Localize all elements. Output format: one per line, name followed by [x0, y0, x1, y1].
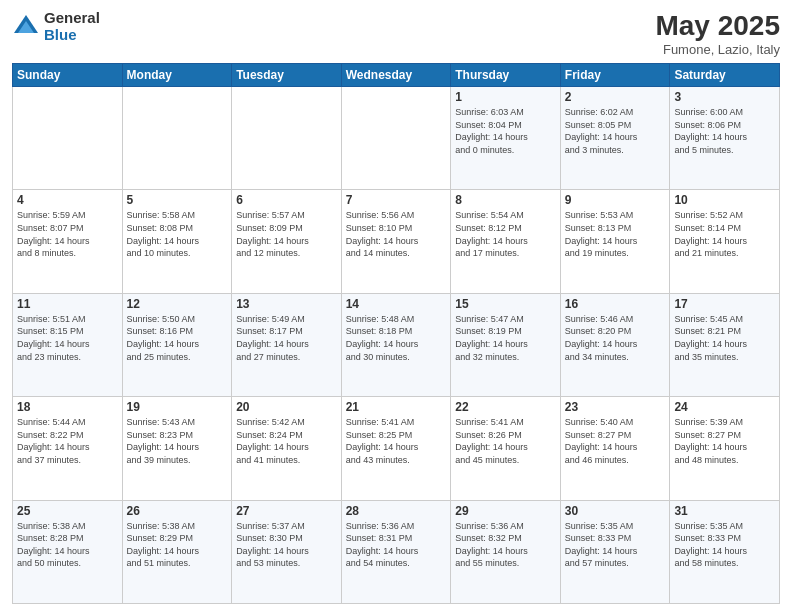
calendar-week-row: 25Sunrise: 5:38 AM Sunset: 8:28 PM Dayli…: [13, 500, 780, 603]
calendar-day-cell: 15Sunrise: 5:47 AM Sunset: 8:19 PM Dayli…: [451, 293, 561, 396]
header: General Blue May 2025 Fumone, Lazio, Ita…: [12, 10, 780, 57]
calendar-day-cell: 28Sunrise: 5:36 AM Sunset: 8:31 PM Dayli…: [341, 500, 451, 603]
day-info: Sunrise: 5:47 AM Sunset: 8:19 PM Dayligh…: [455, 313, 556, 363]
day-number: 23: [565, 400, 666, 414]
calendar-day-cell: 10Sunrise: 5:52 AM Sunset: 8:14 PM Dayli…: [670, 190, 780, 293]
day-info: Sunrise: 5:43 AM Sunset: 8:23 PM Dayligh…: [127, 416, 228, 466]
day-info: Sunrise: 5:38 AM Sunset: 8:29 PM Dayligh…: [127, 520, 228, 570]
logo-text: General Blue: [44, 10, 100, 43]
day-number: 25: [17, 504, 118, 518]
calendar: SundayMondayTuesdayWednesdayThursdayFrid…: [12, 63, 780, 604]
day-info: Sunrise: 5:46 AM Sunset: 8:20 PM Dayligh…: [565, 313, 666, 363]
calendar-day-cell: 7Sunrise: 5:56 AM Sunset: 8:10 PM Daylig…: [341, 190, 451, 293]
day-info: Sunrise: 5:52 AM Sunset: 8:14 PM Dayligh…: [674, 209, 775, 259]
day-of-week-header: Tuesday: [232, 64, 342, 87]
calendar-day-cell: 17Sunrise: 5:45 AM Sunset: 8:21 PM Dayli…: [670, 293, 780, 396]
day-number: 8: [455, 193, 556, 207]
calendar-day-cell: 5Sunrise: 5:58 AM Sunset: 8:08 PM Daylig…: [122, 190, 232, 293]
day-info: Sunrise: 5:58 AM Sunset: 8:08 PM Dayligh…: [127, 209, 228, 259]
logo-blue: Blue: [44, 27, 100, 44]
day-number: 27: [236, 504, 337, 518]
logo: General Blue: [12, 10, 100, 43]
day-number: 17: [674, 297, 775, 311]
calendar-day-cell: 31Sunrise: 5:35 AM Sunset: 8:33 PM Dayli…: [670, 500, 780, 603]
day-info: Sunrise: 5:42 AM Sunset: 8:24 PM Dayligh…: [236, 416, 337, 466]
title-block: May 2025 Fumone, Lazio, Italy: [655, 10, 780, 57]
day-info: Sunrise: 6:03 AM Sunset: 8:04 PM Dayligh…: [455, 106, 556, 156]
calendar-day-cell: 11Sunrise: 5:51 AM Sunset: 8:15 PM Dayli…: [13, 293, 123, 396]
calendar-day-cell: 27Sunrise: 5:37 AM Sunset: 8:30 PM Dayli…: [232, 500, 342, 603]
calendar-day-cell: 1Sunrise: 6:03 AM Sunset: 8:04 PM Daylig…: [451, 87, 561, 190]
day-info: Sunrise: 5:54 AM Sunset: 8:12 PM Dayligh…: [455, 209, 556, 259]
day-of-week-header: Saturday: [670, 64, 780, 87]
day-number: 12: [127, 297, 228, 311]
calendar-week-row: 4Sunrise: 5:59 AM Sunset: 8:07 PM Daylig…: [13, 190, 780, 293]
day-number: 5: [127, 193, 228, 207]
day-number: 22: [455, 400, 556, 414]
day-number: 16: [565, 297, 666, 311]
calendar-day-cell: 22Sunrise: 5:41 AM Sunset: 8:26 PM Dayli…: [451, 397, 561, 500]
calendar-day-cell: 4Sunrise: 5:59 AM Sunset: 8:07 PM Daylig…: [13, 190, 123, 293]
day-number: 20: [236, 400, 337, 414]
day-number: 7: [346, 193, 447, 207]
calendar-day-cell: 20Sunrise: 5:42 AM Sunset: 8:24 PM Dayli…: [232, 397, 342, 500]
day-info: Sunrise: 5:40 AM Sunset: 8:27 PM Dayligh…: [565, 416, 666, 466]
day-info: Sunrise: 5:38 AM Sunset: 8:28 PM Dayligh…: [17, 520, 118, 570]
calendar-day-cell: 21Sunrise: 5:41 AM Sunset: 8:25 PM Dayli…: [341, 397, 451, 500]
day-of-week-header: Sunday: [13, 64, 123, 87]
location: Fumone, Lazio, Italy: [655, 42, 780, 57]
day-number: 26: [127, 504, 228, 518]
calendar-day-cell: [341, 87, 451, 190]
day-number: 3: [674, 90, 775, 104]
calendar-day-cell: 3Sunrise: 6:00 AM Sunset: 8:06 PM Daylig…: [670, 87, 780, 190]
day-number: 10: [674, 193, 775, 207]
calendar-day-cell: 16Sunrise: 5:46 AM Sunset: 8:20 PM Dayli…: [560, 293, 670, 396]
day-info: Sunrise: 5:51 AM Sunset: 8:15 PM Dayligh…: [17, 313, 118, 363]
calendar-day-cell: 30Sunrise: 5:35 AM Sunset: 8:33 PM Dayli…: [560, 500, 670, 603]
day-info: Sunrise: 5:36 AM Sunset: 8:31 PM Dayligh…: [346, 520, 447, 570]
calendar-day-cell: 23Sunrise: 5:40 AM Sunset: 8:27 PM Dayli…: [560, 397, 670, 500]
calendar-day-cell: 26Sunrise: 5:38 AM Sunset: 8:29 PM Dayli…: [122, 500, 232, 603]
day-info: Sunrise: 5:45 AM Sunset: 8:21 PM Dayligh…: [674, 313, 775, 363]
calendar-week-row: 11Sunrise: 5:51 AM Sunset: 8:15 PM Dayli…: [13, 293, 780, 396]
day-number: 2: [565, 90, 666, 104]
day-number: 14: [346, 297, 447, 311]
month-title: May 2025: [655, 10, 780, 42]
day-number: 13: [236, 297, 337, 311]
calendar-day-cell: 18Sunrise: 5:44 AM Sunset: 8:22 PM Dayli…: [13, 397, 123, 500]
day-number: 9: [565, 193, 666, 207]
calendar-day-cell: 25Sunrise: 5:38 AM Sunset: 8:28 PM Dayli…: [13, 500, 123, 603]
calendar-week-row: 18Sunrise: 5:44 AM Sunset: 8:22 PM Dayli…: [13, 397, 780, 500]
day-number: 15: [455, 297, 556, 311]
day-number: 28: [346, 504, 447, 518]
day-info: Sunrise: 5:50 AM Sunset: 8:16 PM Dayligh…: [127, 313, 228, 363]
day-info: Sunrise: 5:56 AM Sunset: 8:10 PM Dayligh…: [346, 209, 447, 259]
day-number: 29: [455, 504, 556, 518]
day-info: Sunrise: 5:41 AM Sunset: 8:26 PM Dayligh…: [455, 416, 556, 466]
day-number: 1: [455, 90, 556, 104]
day-number: 31: [674, 504, 775, 518]
calendar-header-row: SundayMondayTuesdayWednesdayThursdayFrid…: [13, 64, 780, 87]
calendar-day-cell: 2Sunrise: 6:02 AM Sunset: 8:05 PM Daylig…: [560, 87, 670, 190]
calendar-day-cell: 8Sunrise: 5:54 AM Sunset: 8:12 PM Daylig…: [451, 190, 561, 293]
day-of-week-header: Monday: [122, 64, 232, 87]
calendar-day-cell: 13Sunrise: 5:49 AM Sunset: 8:17 PM Dayli…: [232, 293, 342, 396]
day-number: 30: [565, 504, 666, 518]
calendar-day-cell: 6Sunrise: 5:57 AM Sunset: 8:09 PM Daylig…: [232, 190, 342, 293]
day-number: 21: [346, 400, 447, 414]
day-info: Sunrise: 5:36 AM Sunset: 8:32 PM Dayligh…: [455, 520, 556, 570]
logo-general: General: [44, 10, 100, 27]
day-number: 24: [674, 400, 775, 414]
calendar-day-cell: [232, 87, 342, 190]
day-number: 6: [236, 193, 337, 207]
calendar-day-cell: [13, 87, 123, 190]
day-info: Sunrise: 5:59 AM Sunset: 8:07 PM Dayligh…: [17, 209, 118, 259]
calendar-day-cell: 9Sunrise: 5:53 AM Sunset: 8:13 PM Daylig…: [560, 190, 670, 293]
day-number: 19: [127, 400, 228, 414]
day-info: Sunrise: 5:35 AM Sunset: 8:33 PM Dayligh…: [674, 520, 775, 570]
day-info: Sunrise: 5:37 AM Sunset: 8:30 PM Dayligh…: [236, 520, 337, 570]
day-info: Sunrise: 5:48 AM Sunset: 8:18 PM Dayligh…: [346, 313, 447, 363]
logo-icon: [12, 13, 40, 41]
calendar-day-cell: 14Sunrise: 5:48 AM Sunset: 8:18 PM Dayli…: [341, 293, 451, 396]
day-info: Sunrise: 5:41 AM Sunset: 8:25 PM Dayligh…: [346, 416, 447, 466]
